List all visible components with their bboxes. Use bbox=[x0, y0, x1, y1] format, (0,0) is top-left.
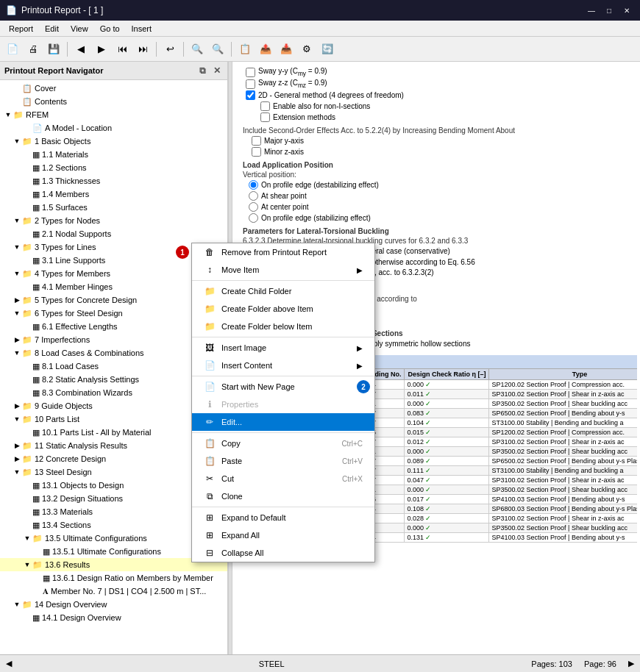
tree-item-2.1[interactable]: ▦ 2.1 Nodal Supports bbox=[0, 227, 227, 240]
navigator-restore[interactable]: ⧉ bbox=[197, 65, 208, 76]
tree-item-1basic[interactable]: ▼ 📁 1 Basic Objects bbox=[0, 135, 227, 148]
cm-child-folder[interactable]: 📁 Create Child Folder bbox=[192, 282, 374, 300]
tb-first[interactable]: ⏮ bbox=[113, 40, 132, 59]
toggle-11static[interactable]: ▶ bbox=[12, 442, 22, 449]
cm-insert-image[interactable]: 🖼 Insert Image ▶ bbox=[192, 339, 374, 357]
cm-remove[interactable]: 1 🗑 Remove from Printout Report bbox=[192, 243, 374, 261]
tree-item-contents[interactable]: 📋 Contents bbox=[0, 95, 227, 108]
menu-edit[interactable]: Edit bbox=[39, 23, 65, 35]
cell-ratio: 0.000 ✓ bbox=[405, 523, 489, 533]
scroll-right-btn[interactable]: ▶ bbox=[628, 659, 634, 668]
tree-item-1.1[interactable]: ▦ 1.1 Materials bbox=[0, 148, 227, 161]
toggle-10parts[interactable]: ▼ bbox=[12, 415, 22, 423]
cm-collapse-all[interactable]: ⊟ Collapse All bbox=[192, 544, 374, 562]
cm-expand-default[interactable]: ⊞ Expand to Default bbox=[192, 509, 374, 526]
menu-view[interactable]: View bbox=[65, 23, 94, 35]
toggle-13steel[interactable]: ▼ bbox=[12, 468, 22, 476]
cm-clone[interactable]: ⧉ Clone bbox=[192, 487, 374, 505]
icon-contents: 📋 bbox=[22, 97, 32, 107]
icon-10parts: 📁 bbox=[22, 415, 32, 424]
cm-icon-img: 🖼 bbox=[204, 343, 216, 353]
cb-enable-non-i[interactable] bbox=[260, 101, 270, 111]
tb-prev[interactable]: ◀ bbox=[71, 40, 90, 59]
tree-item-amodel[interactable]: 📄 A Model - Location bbox=[0, 121, 227, 135]
icon-7imp: 📁 bbox=[22, 335, 32, 345]
tree-item-13.6.1[interactable]: ▦ 13.6.1 Design Ratio on Members by Memb… bbox=[0, 571, 227, 585]
tree-item-1.5[interactable]: ▦ 1.5 Surfaces bbox=[0, 201, 227, 214]
cb-2d-general[interactable] bbox=[246, 90, 255, 100]
toggle-3lines[interactable]: ▼ bbox=[12, 243, 22, 251]
tb-next[interactable]: ▶ bbox=[92, 40, 111, 59]
tree-item-1.4[interactable]: ▦ 1.4 Members bbox=[0, 187, 227, 201]
title-area: 📄 Printout Report - [ 1 ] bbox=[6, 5, 103, 15]
menu-insert[interactable]: Insert bbox=[126, 23, 158, 35]
toggle-1basic[interactable]: ▼ bbox=[12, 137, 22, 145]
toggle-5concrete[interactable]: ▶ bbox=[12, 296, 22, 304]
close-button[interactable]: ✕ bbox=[619, 4, 634, 16]
cm-insert-content[interactable]: 📄 Insert Content ▶ bbox=[192, 357, 374, 374]
menu-report[interactable]: Report bbox=[3, 23, 39, 35]
tree-item-2nodes[interactable]: ▼ 📁 2 Types for Nodes bbox=[0, 214, 227, 227]
rb-shear[interactable] bbox=[249, 191, 258, 201]
cb-sway-yy[interactable] bbox=[246, 68, 255, 77]
tree-item-cover[interactable]: 📋 Cover bbox=[0, 82, 227, 95]
cb-extension[interactable] bbox=[260, 112, 270, 122]
tb-import[interactable]: 📥 bbox=[277, 40, 296, 59]
cm-copy[interactable]: 📋 Copy Ctrl+C bbox=[192, 435, 374, 452]
cm-paste[interactable]: 📋 Paste Ctrl+V bbox=[192, 452, 374, 470]
toggle-13.6[interactable]: ▼ bbox=[22, 561, 32, 568]
label-8load: 8 Load Cases & Combinations bbox=[35, 348, 144, 357]
cm-new-page[interactable]: 2 📄 Start with New Page bbox=[192, 378, 374, 396]
cb-minor-z[interactable] bbox=[252, 147, 261, 157]
cm-edit[interactable]: ✏ Edit... bbox=[192, 413, 374, 431]
rb-center[interactable] bbox=[249, 202, 258, 212]
toggle-rfem[interactable]: ▼ bbox=[3, 111, 13, 118]
cb-major-y[interactable] bbox=[252, 136, 261, 146]
tb-last[interactable]: ⏭ bbox=[133, 40, 152, 59]
tb-save[interactable]: 💾 bbox=[44, 40, 63, 59]
rb-profile-destab[interactable] bbox=[249, 180, 258, 190]
cm-shortcut-cut: Ctrl+X bbox=[342, 475, 363, 483]
badge-2: 2 bbox=[357, 380, 370, 393]
tree-item-14.1[interactable]: ▦ 14.1 Design Overview bbox=[0, 611, 227, 624]
tb-export[interactable]: 📤 bbox=[256, 40, 275, 59]
tb-new[interactable]: 📄 bbox=[3, 40, 22, 59]
rb-profile-stab[interactable] bbox=[249, 213, 258, 223]
icon-13.6: 📁 bbox=[32, 560, 43, 570]
toggle-2nodes[interactable]: ▼ bbox=[12, 217, 22, 224]
minimize-button[interactable]: — bbox=[584, 4, 599, 16]
cm-cut[interactable]: ✂ Cut Ctrl+X bbox=[192, 470, 374, 487]
icon-1.2: ▦ bbox=[32, 163, 40, 173]
tb-copy[interactable]: 📋 bbox=[235, 40, 255, 59]
tree-item-1.3[interactable]: ▦ 1.3 Thicknesses bbox=[0, 174, 227, 187]
tree-item-1.2[interactable]: ▦ 1.2 Sections bbox=[0, 161, 227, 174]
menu-goto[interactable]: Go to bbox=[94, 23, 126, 35]
tb-refresh[interactable]: 🔄 bbox=[318, 40, 337, 59]
tree-item-member7[interactable]: 𝐀 Member No. 7 | DS1 | CO4 | 2.500 m | S… bbox=[0, 585, 227, 598]
tb-zoom-in[interactable]: 🔍 bbox=[208, 40, 227, 59]
tb-zoom-out[interactable]: 🔍 bbox=[188, 40, 207, 59]
label-12concrete: 12 Concrete Design bbox=[35, 454, 106, 463]
tb-settings[interactable]: ⚙ bbox=[297, 40, 316, 59]
cm-below-folder[interactable]: 📁 Create Folder below Item bbox=[192, 318, 374, 335]
scroll-left-btn[interactable]: ◀ bbox=[6, 659, 12, 668]
tree-item-14design[interactable]: ▼ 📁 14 Design Overview bbox=[0, 598, 227, 611]
tb-undo[interactable]: ↩ bbox=[160, 40, 179, 59]
tree-item-rfem[interactable]: ▼ 📁 RFEM bbox=[0, 108, 227, 121]
cm-move[interactable]: ↕ Move Item ▶ bbox=[192, 261, 374, 279]
maximize-button[interactable]: □ bbox=[602, 4, 616, 16]
toggle-14design[interactable]: ▼ bbox=[12, 601, 22, 608]
cm-above-folder[interactable]: 📁 Create Folder above Item bbox=[192, 300, 374, 318]
toggle-6steel[interactable]: ▼ bbox=[12, 310, 22, 317]
toggle-4members[interactable]: ▼ bbox=[12, 270, 22, 277]
tb-print[interactable]: 🖨 bbox=[24, 40, 43, 59]
cb-sway-zz[interactable] bbox=[246, 79, 255, 89]
toggle-13.5[interactable]: ▼ bbox=[22, 535, 32, 542]
cell-ratio: 0.111 ✓ bbox=[405, 466, 489, 476]
toggle-9guide[interactable]: ▶ bbox=[12, 402, 22, 410]
toggle-12concrete[interactable]: ▶ bbox=[12, 455, 22, 462]
cm-expand-all[interactable]: ⊞ Expand All bbox=[192, 526, 374, 544]
navigator-close[interactable]: ✕ bbox=[211, 65, 223, 76]
toggle-7imp[interactable]: ▶ bbox=[12, 336, 22, 343]
toggle-8load[interactable]: ▼ bbox=[12, 349, 22, 357]
